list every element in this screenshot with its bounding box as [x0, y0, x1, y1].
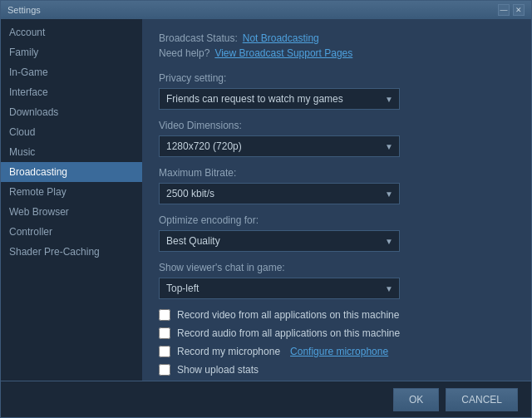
show-chat-label: Show viewer's chat in game: [159, 262, 515, 273]
sidebar-item-cloud[interactable]: Cloud [1, 122, 142, 142]
sidebar-item-controller[interactable]: Controller [1, 222, 142, 242]
title-bar: Settings — ✕ [1, 1, 531, 19]
checkbox-record-video[interactable] [159, 309, 170, 321]
sidebar-item-shader-pre-caching[interactable]: Shader Pre-Caching [1, 242, 142, 262]
optimize-select[interactable]: Best QualityFastestBest Performance [159, 230, 400, 252]
checkbox-link-record-mic[interactable]: Configure microphone [290, 346, 388, 357]
sidebar-item-interface[interactable]: Interface [1, 82, 142, 102]
checkbox-record-audio[interactable] [159, 327, 170, 339]
sidebar-item-family[interactable]: Family [1, 42, 142, 62]
minimize-button[interactable]: — [498, 4, 510, 16]
sidebar-item-web-browser[interactable]: Web Browser [1, 202, 142, 222]
privacy-setting-select[interactable]: Friends can request to watch my gamesAny… [159, 88, 400, 110]
broadcast-status-value[interactable]: Not Broadcasting [243, 32, 319, 44]
footer: OK CANCEL [1, 381, 531, 417]
title-bar-controls: — ✕ [498, 4, 525, 16]
show-chat-wrapper: Top-leftTop-rightBottom-leftBottom-right… [159, 278, 400, 299]
checkbox-label-record-video: Record video from all applications on th… [177, 309, 399, 321]
optimize-wrapper: Best QualityFastestBest Performance ▼ [159, 230, 400, 252]
broadcast-status-label: Broadcast Status: [159, 32, 238, 44]
checkbox-label-record-mic: Record my microphone [177, 346, 280, 357]
sidebar-item-downloads[interactable]: Downloads [1, 102, 142, 122]
optimize-label: Optimize encoding for: [159, 214, 515, 226]
broadcast-status-row: Broadcast Status: Not Broadcasting [159, 32, 515, 44]
checkbox-row-show-upload: Show upload stats [159, 364, 515, 376]
close-button[interactable]: ✕ [513, 4, 525, 16]
sidebar-item-in-game[interactable]: In-Game [1, 62, 142, 82]
need-help-link[interactable]: View Broadcast Support Pages [214, 47, 352, 59]
max-bitrate-label: Maximum Bitrate: [159, 167, 515, 179]
settings-window: Settings — ✕ AccountFamilyIn-GameInterfa… [0, 0, 532, 418]
sidebar: AccountFamilyIn-GameInterfaceDownloadsCl… [1, 19, 142, 381]
checkbox-label-record-audio: Record audio from all applications on th… [177, 327, 400, 339]
main-panel: Broadcast Status: Not Broadcasting Need … [142, 19, 531, 381]
show-chat-select[interactable]: Top-leftTop-rightBottom-leftBottom-right [159, 278, 400, 299]
privacy-setting-label: Privacy setting: [159, 72, 515, 84]
max-bitrate-select[interactable]: 2500 kbit/s5000 kbit/s1000 kbit/s500 kbi… [159, 183, 400, 204]
checkbox-row-record-audio: Record audio from all applications on th… [159, 327, 515, 339]
help-row: Need help? View Broadcast Support Pages [159, 47, 515, 59]
checkboxes-area: Record video from all applications on th… [159, 309, 515, 376]
sidebar-item-remote-play[interactable]: Remote Play [1, 182, 142, 202]
checkbox-record-mic[interactable] [159, 346, 170, 357]
privacy-setting-wrapper: Friends can request to watch my gamesAny… [159, 88, 400, 110]
sidebar-item-music[interactable]: Music [1, 142, 142, 162]
video-dimensions-select[interactable]: 1280x720 (720p)1920x1080 (1080p)854x480 … [159, 135, 400, 157]
need-help-label: Need help? [159, 47, 209, 59]
sidebar-item-broadcasting[interactable]: Broadcasting [1, 162, 142, 182]
checkbox-row-record-video: Record video from all applications on th… [159, 309, 515, 321]
checkbox-row-record-mic: Record my microphoneConfigure microphone [159, 346, 515, 357]
sidebar-item-account[interactable]: Account [1, 22, 142, 42]
video-dimensions-label: Video Dimensions: [159, 120, 515, 131]
ok-button[interactable]: OK [393, 388, 439, 411]
checkbox-show-upload[interactable] [159, 364, 170, 376]
video-dimensions-wrapper: 1280x720 (720p)1920x1080 (1080p)854x480 … [159, 135, 400, 157]
max-bitrate-wrapper: 2500 kbit/s5000 kbit/s1000 kbit/s500 kbi… [159, 183, 400, 204]
content-area: AccountFamilyIn-GameInterfaceDownloadsCl… [1, 19, 531, 381]
checkbox-label-show-upload: Show upload stats [177, 364, 259, 376]
cancel-button[interactable]: CANCEL [446, 388, 518, 411]
window-title: Settings [7, 5, 41, 15]
